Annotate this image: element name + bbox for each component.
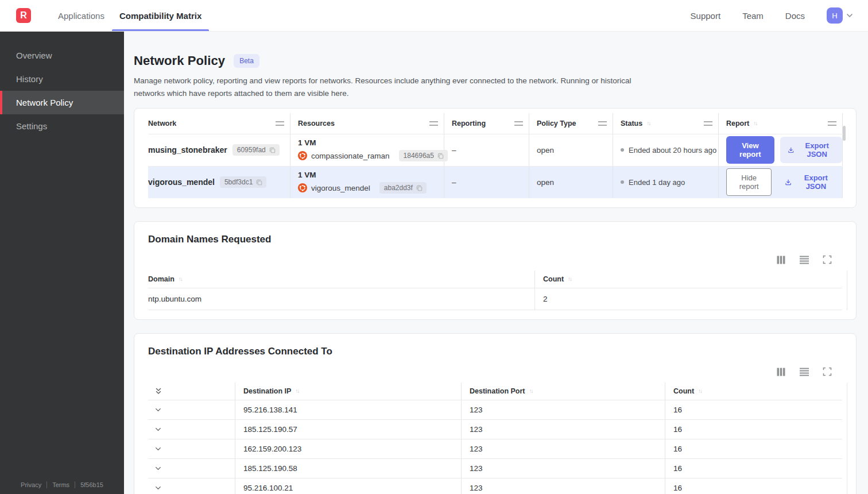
column-header-domain[interactable]: Domain ↑↓ xyxy=(148,271,534,288)
rows-icon[interactable] xyxy=(799,255,809,265)
hide-report-button[interactable]: Hide report xyxy=(726,168,772,196)
column-header-count[interactable]: Count ↑↓ xyxy=(534,271,843,288)
user-menu[interactable]: H xyxy=(827,7,854,24)
destination-table-row[interactable]: 95.216.100.21 123 16 xyxy=(148,478,842,494)
column-header-status[interactable]: Status ↑↓ xyxy=(613,113,719,134)
build-version: 5f56b15 xyxy=(80,481,103,488)
destination-ip-cell: 162.159.200.123 xyxy=(235,439,462,458)
tab-compatibility-matrix[interactable]: Compatibility Matrix xyxy=(112,0,209,31)
destination-ip-cell: 95.216.138.141 xyxy=(235,400,462,419)
chevron-down-icon[interactable] xyxy=(154,425,162,434)
column-drag-handle[interactable] xyxy=(828,121,836,126)
column-header-destination-ip[interactable]: Destination IP ↑↓ xyxy=(235,383,462,400)
destination-port-cell: 123 xyxy=(462,459,665,478)
column-header-report[interactable]: Report ↑↓ xyxy=(719,113,843,134)
row-expander[interactable] xyxy=(148,478,235,494)
sidebar-item-overview[interactable]: Overview xyxy=(0,44,124,67)
destination-ip-cell: 185.125.190.57 xyxy=(235,420,462,439)
page-description: Manage network policy, reporting and vie… xyxy=(134,75,642,100)
destination-table-row[interactable]: 95.216.138.141 123 16 xyxy=(148,400,842,419)
avatar[interactable]: H xyxy=(827,7,843,24)
column-drag-handle[interactable] xyxy=(704,121,712,126)
column-header-network[interactable]: Network xyxy=(148,113,290,134)
column-header-destination-port[interactable]: Destination Port ↑↓ xyxy=(462,383,665,400)
column-drag-handle[interactable] xyxy=(276,121,284,126)
network-id-badge: 60959fad xyxy=(232,144,280,156)
sort-icon[interactable]: ↑↓ xyxy=(698,388,702,394)
count-cell: 16 xyxy=(665,420,841,439)
destination-table-row[interactable]: 162.159.200.123 123 16 xyxy=(148,439,842,458)
sidebar-item-settings[interactable]: Settings xyxy=(0,114,124,138)
copy-icon[interactable] xyxy=(437,152,444,160)
rows-icon[interactable] xyxy=(799,367,809,377)
row-expander[interactable] xyxy=(148,439,235,458)
chevron-down-icon[interactable] xyxy=(154,464,162,473)
expand-all-button[interactable] xyxy=(148,383,235,400)
status-dot xyxy=(621,180,624,184)
column-header-policy-type[interactable]: Policy Type xyxy=(529,113,613,134)
chevron-down-icon[interactable] xyxy=(154,445,162,453)
table-scroll-track[interactable] xyxy=(847,383,847,494)
nav-link-team[interactable]: Team xyxy=(742,11,764,21)
sidebar-item-history[interactable]: History xyxy=(0,67,124,91)
nav-link-docs[interactable]: Docs xyxy=(785,11,805,21)
network-table-row[interactable]: musing_stonebraker 60959fad 1 VM xyxy=(148,134,842,166)
destination-table-row[interactable]: 185.125.190.57 123 16 xyxy=(148,419,842,439)
app-logo[interactable]: R xyxy=(16,8,31,23)
expand-icon[interactable] xyxy=(823,367,832,376)
sort-icon[interactable]: ↑↓ xyxy=(295,388,299,394)
sidebar: Overview History Network Policy Settings… xyxy=(0,32,124,494)
column-header-resources[interactable]: Resources xyxy=(290,113,444,134)
columns-icon[interactable] xyxy=(776,367,786,377)
copy-icon[interactable] xyxy=(269,146,276,154)
chevron-down-icon[interactable] xyxy=(845,11,854,20)
network-table-row[interactable]: vigorous_mendel 5bdf3dc1 1 VM xyxy=(148,166,842,198)
sort-icon[interactable]: ↑↓ xyxy=(646,120,650,126)
columns-icon[interactable] xyxy=(776,255,786,265)
status-dot xyxy=(621,148,624,152)
destination-table-row[interactable]: 185.125.190.58 123 16 xyxy=(148,458,842,478)
export-json-button[interactable]: Export JSON xyxy=(777,169,842,195)
export-json-button[interactable]: Export JSON xyxy=(780,137,842,163)
double-chevron-down-icon[interactable] xyxy=(154,387,163,396)
sort-icon[interactable]: ↑↓ xyxy=(529,388,533,394)
ubuntu-icon xyxy=(298,151,307,160)
copy-icon[interactable] xyxy=(416,184,423,192)
column-drag-handle[interactable] xyxy=(514,121,523,126)
networks-card: Network Resources Reporting Policy Type … xyxy=(134,108,857,208)
tab-applications[interactable]: Applications xyxy=(51,0,112,31)
domain-table-row[interactable]: ntp.ubuntu.com 2 xyxy=(148,288,842,310)
chevron-down-icon[interactable] xyxy=(154,484,162,492)
row-expander[interactable] xyxy=(148,459,235,478)
chevron-down-icon[interactable] xyxy=(154,406,162,414)
divider xyxy=(46,481,47,488)
nav-link-support[interactable]: Support xyxy=(691,11,721,21)
view-report-button[interactable]: View report xyxy=(726,136,774,164)
row-expander[interactable] xyxy=(148,420,235,439)
count-cell: 16 xyxy=(665,439,841,458)
expand-icon[interactable] xyxy=(823,255,832,264)
card-title: Domain Names Requested xyxy=(148,234,842,245)
network-cell: musing_stonebraker 60959fad xyxy=(148,134,290,166)
count-cell: 2 xyxy=(534,288,843,310)
count-cell: 16 xyxy=(665,400,841,419)
row-expander[interactable] xyxy=(148,400,235,419)
table-scroll-track[interactable] xyxy=(847,271,847,310)
terms-link[interactable]: Terms xyxy=(52,481,69,488)
column-drag-handle[interactable] xyxy=(598,121,607,126)
sidebar-item-network-policy[interactable]: Network Policy xyxy=(0,91,124,114)
domains-table: Domain ↑↓ Count ↑↓ ntp.ubuntu.com 2 xyxy=(148,271,842,310)
column-header-count[interactable]: Count ↑↓ xyxy=(665,383,841,400)
domain-names-card: Domain Names Requested Domain ↑↓ C xyxy=(134,221,857,320)
privacy-link[interactable]: Privacy xyxy=(21,481,41,488)
sort-icon[interactable]: ↑↓ xyxy=(753,120,757,126)
main-content: Network Policy Beta Manage network polic… xyxy=(124,32,868,494)
destination-port-cell: 123 xyxy=(462,420,665,439)
column-drag-handle[interactable] xyxy=(429,121,438,126)
sort-icon[interactable]: ↑↓ xyxy=(179,276,182,282)
copy-icon[interactable] xyxy=(255,179,263,186)
policy-type-cell: open xyxy=(529,134,613,166)
table-scrollbar[interactable] xyxy=(843,126,846,141)
column-header-reporting[interactable]: Reporting xyxy=(444,113,529,134)
sort-icon[interactable]: ↑↓ xyxy=(568,276,571,282)
